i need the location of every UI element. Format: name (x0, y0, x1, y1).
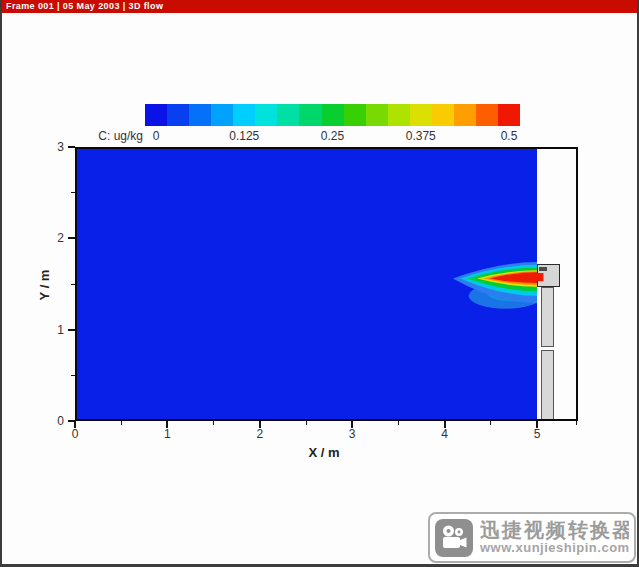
colorbar-block-12 (410, 104, 432, 126)
x-minor-tick-4.5 (490, 421, 491, 425)
contour-plot (75, 147, 578, 421)
x-tick-label-3: 3 (349, 427, 356, 441)
colorbar-tick-0.25: 0.25 (321, 129, 344, 143)
x-minor-tick-3.5 (398, 421, 399, 425)
colorbar-block-0 (145, 104, 167, 126)
colorbar-block-6 (277, 104, 299, 126)
x-tick-label-0: 0 (72, 427, 79, 441)
watermark-text: 迅捷视频转换器 www.xunjieshipin.com (480, 520, 629, 555)
x-minor-tick-1.5 (213, 421, 214, 425)
window-border-left (0, 0, 2, 567)
video-camera-glyph (439, 523, 469, 553)
colorbar-block-5 (255, 104, 277, 126)
x-major-tick-1 (166, 421, 168, 428)
frame-title-text: Frame 001 | 05 May 2003 | 3D flow (6, 1, 163, 11)
x-minor-tick-5.43 (576, 421, 577, 425)
watermark-brand: 迅捷视频转换器 (480, 520, 629, 541)
y-tick-label-0: 0 (44, 414, 64, 428)
colorbar-block-1 (167, 104, 189, 126)
colorbar-block-3 (211, 104, 233, 126)
y-major-tick-3 (68, 146, 75, 148)
x-major-tick-0 (74, 421, 76, 428)
x-tick-label-1: 1 (164, 427, 171, 441)
colorbar-label: C: ug/kg (50, 129, 143, 143)
plume-contours (75, 147, 578, 421)
watermark-badge: 迅捷视频转换器 www.xunjieshipin.com (428, 512, 636, 563)
colorbar-block-13 (432, 104, 454, 126)
colorbar-block-16 (498, 104, 520, 126)
x-tick-label-4: 4 (441, 427, 448, 441)
colorbar-tick-0.5: 0.5 (501, 129, 518, 143)
colorbar-block-9 (344, 104, 366, 126)
x-minor-tick-0.5 (121, 421, 122, 425)
colorbar (145, 104, 520, 126)
y-major-tick-2 (68, 237, 75, 239)
x-axis-title: X / m (308, 445, 339, 460)
x-major-tick-5 (536, 421, 538, 428)
x-major-tick-4 (444, 421, 446, 428)
colorbar-block-8 (322, 104, 344, 126)
x-major-tick-3 (351, 421, 353, 428)
x-tick-label-5: 5 (534, 427, 541, 441)
x-minor-tick-2.5 (306, 421, 307, 425)
y-tick-label-2: 2 (44, 231, 64, 245)
colorbar-block-4 (233, 104, 255, 126)
colorbar-block-11 (388, 104, 410, 126)
colorbar-block-14 (454, 104, 476, 126)
plume-jet-core (532, 273, 543, 281)
x-tick-label-2: 2 (256, 427, 263, 441)
frame-title-bar: Frame 001 | 05 May 2003 | 3D flow (2, 0, 637, 13)
colorbar-tick-0.375: 0.375 (406, 129, 436, 143)
colorbar-block-7 (299, 104, 321, 126)
y-tick-label-1: 1 (44, 323, 64, 337)
colorbar-block-10 (366, 104, 388, 126)
application-window: Frame 001 | 05 May 2003 | 3D flow C: ug/… (0, 0, 639, 567)
y-axis-title: Y / m (37, 270, 52, 301)
colorbar-block-2 (189, 104, 211, 126)
y-major-tick-0 (68, 420, 75, 422)
watermark-url: www.xunjieshipin.com (480, 541, 629, 555)
colorbar-tick-0.125: 0.125 (229, 129, 259, 143)
y-major-tick-1 (68, 329, 75, 331)
colorbar-block-15 (476, 104, 498, 126)
video-camera-icon (435, 519, 473, 557)
x-major-tick-2 (259, 421, 261, 428)
colorbar-tick-0: 0 (153, 129, 160, 143)
